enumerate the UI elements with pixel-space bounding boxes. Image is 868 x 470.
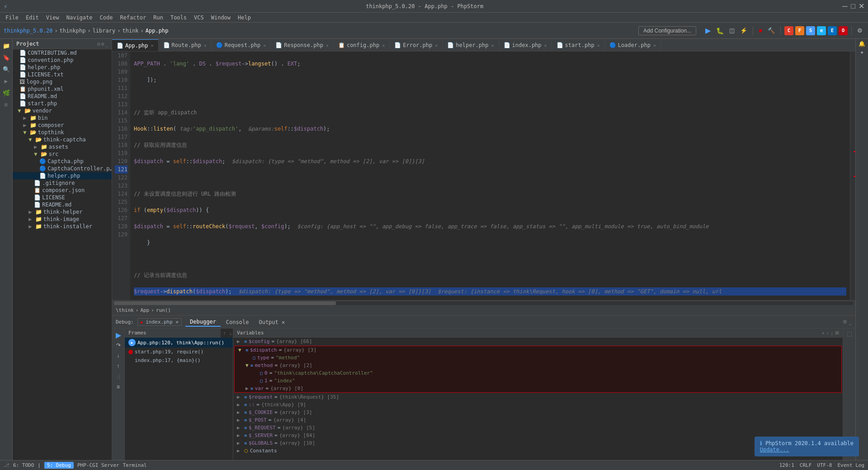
code-editor[interactable]: 107 108 109 110 111 112 113 114 115 116 … — [112, 52, 855, 306]
tab-error-php[interactable]: 📄 Error.php ✕ — [390, 39, 443, 51]
tree-item-captcha[interactable]: 🔵Captcha.php — [13, 158, 112, 165]
var-cookie[interactable]: ▶ ≡ $_COOKIE = {array} [3] — [233, 409, 843, 416]
safari-icon[interactable]: S — [806, 26, 815, 35]
run-icon[interactable]: ▶ — [1, 76, 11, 86]
tree-item-src[interactable]: ▼ 📂src — [13, 150, 112, 158]
tab-app-php[interactable]: 📄 App.php ✕ — [112, 39, 159, 51]
step-over-button[interactable]: ↷ — [114, 341, 123, 350]
update-link[interactable]: Update... — [760, 446, 789, 453]
var-method-0[interactable]: ▢ 0 = "think\captcha\CaptchaController" — [235, 369, 841, 377]
var-expand-button[interactable]: ⊞ — [835, 330, 839, 336]
event-log[interactable]: Event Log — [837, 462, 864, 468]
expand-static-icon[interactable]: ▶ — [237, 402, 242, 408]
tree-item-think-helper[interactable]: ▶ 📁think-helper — [13, 208, 112, 216]
step-out-button[interactable]: ↑ — [114, 362, 123, 371]
project-icon[interactable]: 📁 — [1, 41, 11, 51]
bookmarks-icon[interactable]: 🔖 — [1, 52, 11, 62]
favorites-icon[interactable]: ★ — [860, 49, 863, 55]
breadcrumb-run[interactable]: run() — [156, 307, 171, 313]
php-server-status[interactable]: PHP-CGI Server — [77, 462, 119, 468]
notifications-icon[interactable]: 🔔 — [859, 41, 865, 47]
debug-button[interactable]: 🐛 — [714, 26, 726, 35]
frame-item-app[interactable]: ▶ App.php:120, think\App::run() — [125, 338, 233, 348]
menu-tools[interactable]: Tools — [167, 14, 190, 22]
tree-item-think-installer[interactable]: ▶ 📁think-installer — [13, 223, 112, 230]
var-request[interactable]: ▶ ≡ $request = {think\Request} [35] — [233, 393, 843, 401]
tab-close-helper[interactable]: ✕ — [491, 43, 494, 48]
expand-request-icon[interactable]: ▶ — [237, 394, 242, 400]
var-method[interactable]: ▼ ≡ method = {array} [2] — [235, 362, 841, 369]
expand-cookie-icon[interactable]: ▶ — [237, 409, 242, 415]
terminal-status[interactable]: Terminal — [123, 462, 147, 468]
breadcrumb-app[interactable]: App — [140, 307, 149, 313]
tree-item-phpunit[interactable]: 📋phpunit.xml — [13, 85, 112, 93]
tree-item-helper-selected[interactable]: 📄helper.php — [13, 172, 112, 179]
tab-request-php[interactable]: 🔵 Request.php ✕ — [212, 39, 271, 51]
debug-right-btn1[interactable]: ⬚ — [847, 330, 852, 337]
ie-icon[interactable]: e — [817, 26, 826, 35]
tree-item-license[interactable]: 📄LICENSE.txt — [13, 71, 112, 78]
gear-icon[interactable]: ⚙ — [101, 41, 104, 47]
tab-close-index[interactable]: ✕ — [544, 43, 547, 48]
var-static-app[interactable]: ▶ ≡ :: = {think\App} [9] — [233, 401, 843, 409]
menu-run[interactable]: Run — [150, 14, 167, 22]
menu-vcs[interactable]: VCS — [190, 14, 208, 22]
console-tab[interactable]: Console — [222, 318, 254, 326]
debug-status[interactable]: 5: Debug — [44, 462, 74, 469]
coverage-button[interactable]: ◫ — [727, 26, 736, 35]
tree-item-convention[interactable]: 📄convention.php — [13, 56, 112, 64]
scrollbar-thumb[interactable] — [114, 301, 336, 305]
tab-close-route[interactable]: ✕ — [204, 43, 207, 48]
tree-item-think-captcha[interactable]: ▼ 📂think-captcha — [13, 136, 112, 143]
stop-button[interactable]: ■ — [757, 26, 764, 35]
tab-close-request[interactable]: ✕ — [263, 43, 266, 48]
tree-item-think-image[interactable]: ▶ 📁think-image — [13, 216, 112, 223]
var-dispatch[interactable]: ▼ ≡ $dispatch = {array} [3] — [235, 346, 841, 354]
tree-item-vendor[interactable]: ▼ 📂vendor — [13, 107, 112, 114]
evaluate-button[interactable]: ≡ — [114, 382, 123, 391]
profile-button[interactable]: ⚡ — [738, 26, 749, 35]
frame-item-index[interactable]: index.php:17, {main}() — [125, 356, 233, 365]
git-icon[interactable]: 🌿 — [1, 88, 11, 98]
output-tab[interactable]: Output ✕ — [254, 318, 289, 326]
resume-button[interactable]: ▶ — [114, 330, 123, 339]
expand-post-icon[interactable]: ▶ — [237, 417, 242, 423]
frames-down-button[interactable]: ↓ — [229, 329, 233, 337]
tab-index-php[interactable]: 📄 index.php ✕ — [499, 39, 552, 51]
expand-dispatch-icon[interactable]: ▼ — [238, 347, 244, 353]
var-globals[interactable]: ▶ ≡ $GLOBALS = {array} [10] — [233, 439, 843, 447]
tab-close-loader[interactable]: ✕ — [653, 43, 656, 48]
tab-config-php[interactable]: 📋 config.php ✕ — [334, 39, 390, 51]
run-to-cursor-button[interactable]: ↓| — [114, 372, 123, 381]
tree-item-assets[interactable]: ▶ 📁assets — [13, 143, 112, 150]
menu-code[interactable]: Code — [96, 14, 117, 22]
tree-item-readme2[interactable]: 📄README.md — [13, 201, 112, 208]
expand-constants-icon[interactable]: ▶ — [237, 448, 242, 454]
breadcrumb-project[interactable]: thinkphp_5.0.20 — [4, 28, 52, 34]
add-configuration-button[interactable]: Add Configuration... — [638, 26, 696, 35]
tree-item-logo[interactable]: 🖼logo.png — [13, 78, 112, 85]
tree-item-contributing[interactable]: 📄CONTRIBUTING.md — [13, 49, 112, 56]
var-up-button[interactable]: ↑ — [826, 330, 829, 336]
breadcrumb-thinkphp[interactable]: thinkphp — [60, 28, 86, 34]
breadcrumb-appphp[interactable]: App.php — [146, 28, 169, 34]
frames-up-button[interactable]: ↑ — [222, 329, 227, 337]
scrollbar-track[interactable] — [114, 301, 854, 305]
tree-item-gitignore[interactable]: 📄.gitignore — [13, 179, 112, 187]
var-add-button[interactable]: + — [822, 330, 825, 336]
debugger-tab[interactable]: Debugger — [185, 318, 221, 327]
code-content[interactable]: APP_PATH . 'lang' . DS . $request->langs… — [130, 52, 850, 300]
menu-edit[interactable]: Edit — [22, 14, 42, 22]
menu-help[interactable]: Help — [234, 14, 255, 22]
var-constants[interactable]: ▶ ⬡ Constants — [233, 447, 843, 455]
tab-helper-php[interactable]: 📄 helper.php ✕ — [443, 39, 499, 51]
expand-request-global-icon[interactable]: ▶ — [237, 425, 242, 431]
debug-file-badge[interactable]: ● index.php ✕ — [137, 318, 182, 326]
tree-item-captcha-controller[interactable]: 🔵CaptchaController.p… — [13, 165, 112, 172]
opera-icon[interactable]: O — [839, 26, 848, 35]
debug-settings-icon[interactable]: ⚙ — [843, 319, 847, 325]
tree-item-composer-json[interactable]: 📋composer.json — [13, 187, 112, 194]
var-down-button[interactable]: ↓ — [831, 330, 834, 336]
firefox-icon[interactable]: F — [795, 26, 804, 35]
var-config[interactable]: ▶ ≡ $config = {array} [66] — [233, 338, 843, 345]
